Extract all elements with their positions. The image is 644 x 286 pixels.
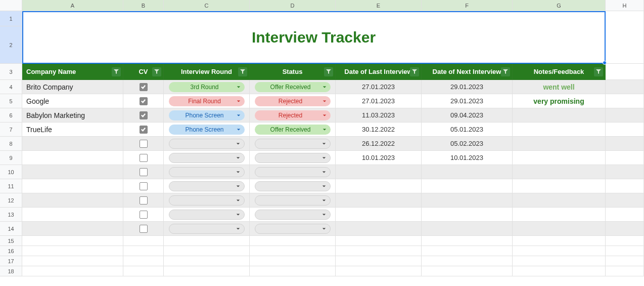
round-dropdown[interactable]: 3rd Round	[169, 82, 245, 92]
row-header-2[interactable]: 2	[0, 26, 22, 64]
status-cell[interactable]	[250, 165, 336, 179]
notes-cell[interactable]	[513, 193, 606, 208]
row-header-13[interactable]: 13	[0, 208, 22, 222]
row-header-11[interactable]: 11	[0, 179, 22, 193]
cv-checkbox[interactable]	[140, 225, 148, 233]
round-dropdown[interactable]	[169, 181, 245, 191]
cell-H[interactable]	[606, 137, 644, 151]
cv-cell[interactable]	[123, 94, 164, 108]
empty-cell[interactable]	[336, 246, 422, 256]
company-cell[interactable]	[22, 208, 123, 222]
next-interview-cell[interactable]: 09.04.2023	[422, 108, 513, 122]
cv-checkbox[interactable]	[140, 111, 148, 119]
company-cell[interactable]	[22, 179, 123, 193]
cv-cell[interactable]	[123, 165, 164, 179]
row-header-3[interactable]: 3	[0, 64, 22, 80]
filter-icon[interactable]	[410, 67, 419, 76]
cell-H[interactable]	[606, 222, 644, 236]
round-cell[interactable]	[164, 179, 250, 193]
filter-icon[interactable]	[112, 67, 121, 76]
next-interview-cell[interactable]	[422, 165, 513, 179]
cell-H[interactable]	[606, 108, 644, 122]
round-cell[interactable]	[164, 208, 250, 222]
status-cell[interactable]	[250, 193, 336, 208]
notes-cell[interactable]	[513, 165, 606, 179]
header-round[interactable]: Interview Round	[164, 64, 250, 80]
company-cell[interactable]	[22, 165, 123, 179]
cv-cell[interactable]	[123, 122, 164, 137]
empty-cell[interactable]	[164, 256, 250, 266]
cv-checkbox[interactable]	[140, 211, 148, 219]
status-cell[interactable]	[250, 222, 336, 236]
cv-cell[interactable]	[123, 108, 164, 122]
status-cell[interactable]: Offer Received	[250, 122, 336, 137]
notes-cell[interactable]: very promising	[513, 94, 606, 108]
company-cell[interactable]	[22, 137, 123, 151]
cell-H[interactable]	[606, 151, 644, 165]
header-company[interactable]: Company Name	[22, 64, 123, 80]
filter-icon[interactable]	[501, 67, 510, 76]
cv-cell[interactable]	[123, 80, 164, 94]
notes-cell[interactable]	[513, 122, 606, 137]
notes-cell[interactable]	[513, 137, 606, 151]
round-dropdown[interactable]	[169, 167, 245, 177]
empty-cell[interactable]	[164, 246, 250, 256]
empty-cell[interactable]	[422, 246, 513, 256]
status-dropdown[interactable]	[255, 195, 331, 206]
cv-cell[interactable]	[123, 193, 164, 208]
last-interview-cell[interactable]	[336, 165, 422, 179]
header-status[interactable]: Status	[250, 64, 336, 80]
next-interview-cell[interactable]: 10.01.2023	[422, 151, 513, 165]
status-dropdown[interactable]	[255, 224, 331, 234]
cell-H[interactable]	[606, 94, 644, 108]
filter-icon[interactable]	[238, 67, 247, 76]
col-header-F[interactable]: F	[422, 0, 513, 11]
empty-cell[interactable]	[22, 256, 123, 266]
round-dropdown[interactable]	[169, 153, 245, 163]
last-interview-cell[interactable]: 10.01.2023	[336, 151, 422, 165]
cv-cell[interactable]	[123, 208, 164, 222]
empty-cell[interactable]	[422, 236, 513, 246]
last-interview-cell[interactable]: 11.03.2023	[336, 108, 422, 122]
status-cell[interactable]	[250, 137, 336, 151]
empty-cell[interactable]	[164, 266, 250, 276]
round-dropdown[interactable]: Phone Screen	[169, 125, 245, 135]
empty-cell[interactable]	[606, 236, 644, 246]
status-dropdown[interactable]	[255, 181, 331, 191]
cv-checkbox[interactable]	[140, 182, 148, 190]
header-last[interactable]: Date of Last Interview	[336, 64, 422, 80]
cv-checkbox[interactable]	[140, 97, 148, 105]
status-dropdown[interactable]	[255, 139, 331, 149]
notes-cell[interactable]	[513, 208, 606, 222]
empty-cell[interactable]	[250, 246, 336, 256]
empty-cell[interactable]	[422, 256, 513, 266]
col-header-C[interactable]: C	[164, 0, 250, 11]
empty-cell[interactable]	[513, 256, 606, 266]
status-dropdown[interactable]	[255, 153, 331, 163]
status-dropdown[interactable]: Rejected	[255, 110, 331, 120]
empty-cell[interactable]	[513, 236, 606, 246]
last-interview-cell[interactable]: 26.12.2022	[336, 137, 422, 151]
next-interview-cell[interactable]: 29.01.2023	[422, 94, 513, 108]
row-header-6[interactable]: 6	[0, 108, 22, 122]
company-cell[interactable]: Brito Company	[22, 80, 123, 94]
filter-icon[interactable]	[324, 67, 333, 76]
next-interview-cell[interactable]: 05.01.2023	[422, 122, 513, 137]
filter-icon[interactable]	[152, 67, 161, 76]
round-dropdown[interactable]: Final Round	[169, 96, 245, 106]
status-cell[interactable]: Rejected	[250, 94, 336, 108]
round-cell[interactable]	[164, 165, 250, 179]
next-interview-cell[interactable]	[422, 222, 513, 236]
last-interview-cell[interactable]	[336, 193, 422, 208]
status-cell[interactable]	[250, 208, 336, 222]
round-cell[interactable]	[164, 193, 250, 208]
company-cell[interactable]: TrueLife	[22, 122, 123, 137]
col-header-E[interactable]: E	[336, 0, 422, 11]
last-interview-cell[interactable]: 27.01.2023	[336, 94, 422, 108]
empty-cell[interactable]	[250, 266, 336, 276]
round-dropdown[interactable]	[169, 224, 245, 234]
notes-cell[interactable]	[513, 179, 606, 193]
last-interview-cell[interactable]	[336, 179, 422, 193]
notes-cell[interactable]	[513, 222, 606, 236]
row-header-18[interactable]: 18	[0, 266, 22, 276]
